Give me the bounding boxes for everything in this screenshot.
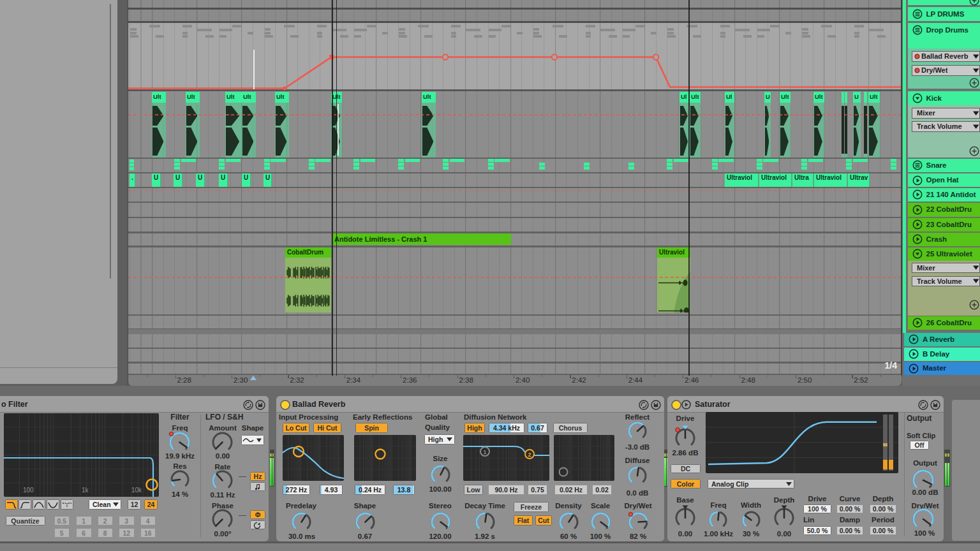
svg-text:2: 2 [528,452,531,458]
svg-text:1: 1 [483,449,486,455]
